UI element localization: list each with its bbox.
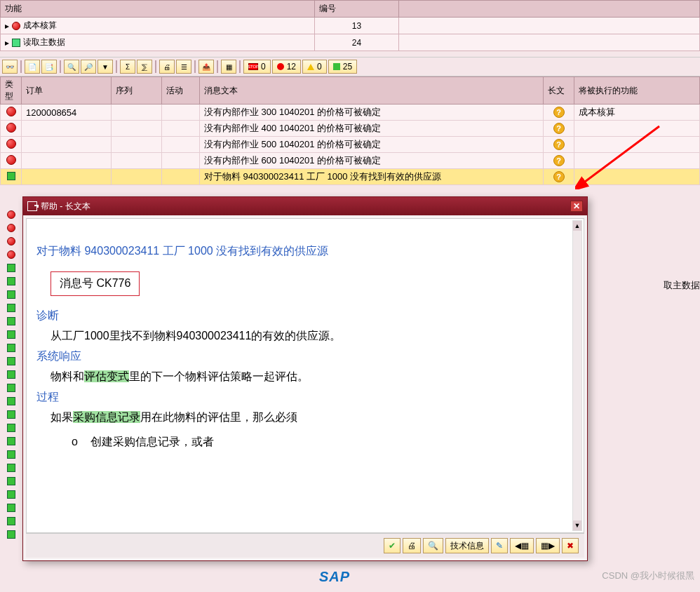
find-button[interactable]: 🔍: [423, 538, 443, 553]
error-icon: [7, 237, 15, 245]
error-icon: [6, 155, 16, 165]
col-function: 功能: [1, 1, 315, 18]
longtext-icon[interactable]: ?: [553, 107, 565, 118]
status-column: [7, 210, 15, 539]
sort-asc-button[interactable]: 📄: [25, 60, 40, 74]
table-row[interactable]: 没有内部作业 400 1040201 的价格可被确定 ?: [1, 121, 700, 137]
table-row[interactable]: 1200008654 没有内部作业 300 1040201 的价格可被确定 ? …: [1, 105, 700, 121]
success-icon: [7, 277, 15, 285]
success-icon: [7, 264, 15, 272]
watermark-text: CSDN @我小时候很黑: [602, 570, 694, 582]
dialog-title: 帮助 - 长文本: [41, 201, 90, 213]
response-text: 物料和评估变式里的下一个物料评估策略一起评估。: [51, 370, 560, 384]
summary-row[interactable]: ▸成本核算 13: [1, 18, 700, 34]
col-func[interactable]: 将被执行的功能: [574, 77, 700, 105]
error-icon: [6, 123, 16, 133]
table-row[interactable]: 没有内部作业 500 1040201 的价格可被确定 ?: [1, 137, 700, 153]
cancel-button[interactable]: ✖: [562, 538, 579, 553]
success-icon: [7, 517, 15, 525]
success-icon: [7, 397, 15, 405]
green-square-icon: [12, 39, 20, 47]
scrollbar[interactable]: ▲ ▼: [572, 220, 582, 531]
red-dot-icon: [12, 22, 20, 30]
subtotal-button[interactable]: ⅀: [137, 60, 152, 74]
diagnosis-text: 从工厂1000里找不到物料940300023411的有效的供应源。: [51, 329, 560, 344]
success-icon: [7, 384, 15, 392]
export-button[interactable]: 📤: [198, 60, 214, 74]
procedure-text: 如果采购信息记录用在此物料的评估里，那么必须: [51, 410, 560, 425]
success-icon: [7, 504, 15, 512]
status-stop[interactable]: STOP0: [243, 60, 271, 74]
table-row[interactable]: 没有内部作业 600 1040201 的价格可被确定 ?: [1, 153, 700, 169]
col-number: 编号: [315, 1, 399, 18]
layout-button[interactable]: ▦: [221, 60, 236, 74]
success-icon: [7, 464, 15, 472]
col-activity[interactable]: 活动: [162, 77, 200, 105]
find-button[interactable]: 🔍: [64, 60, 79, 74]
scroll-down-icon[interactable]: ▼: [573, 520, 581, 530]
success-icon: [7, 330, 15, 339]
status-errors[interactable]: 12: [272, 60, 301, 74]
scroll-up-icon[interactable]: ▲: [573, 221, 581, 231]
edit-button[interactable]: ✎: [491, 538, 508, 553]
help-longtext-dialog: 帮助 - 长文本 ✕ ▲ ▼ 对于物料 940300023411 工厂 1000…: [22, 196, 588, 561]
success-icon: [7, 477, 15, 485]
sort-desc-button[interactable]: 📑: [41, 60, 57, 74]
col-msg[interactable]: 消息文本: [200, 77, 544, 105]
sap-logo: SAP: [319, 569, 350, 585]
col-longtext[interactable]: 长文: [544, 77, 574, 105]
success-icon: [7, 290, 15, 299]
function-summary-table: 功能 编号 ▸成本核算 13 ▸读取主数据 24: [0, 0, 700, 51]
nav-fwd-button[interactable]: ▦▶: [536, 538, 560, 553]
table-row-selected[interactable]: 对于物料 940300023411 工厂 1000 没有找到有效的供应源 ?: [1, 169, 700, 185]
error-icon: [6, 107, 16, 116]
longtext-icon[interactable]: ?: [553, 139, 565, 150]
success-icon: [7, 450, 15, 459]
dialog-content: ▲ ▼ 对于物料 940300023411 工厂 1000 没有找到有效的供应源…: [26, 218, 584, 533]
success-icon: [7, 410, 15, 419]
success-icon: [7, 344, 15, 352]
summary-row[interactable]: ▸读取主数据 24: [1, 34, 700, 51]
success-icon: [7, 357, 15, 365]
section-response: 系统响应: [36, 349, 574, 364]
details-button[interactable]: 👓: [2, 60, 18, 74]
success-icon: [7, 530, 15, 539]
success-icon: [7, 490, 15, 499]
status-success[interactable]: 25: [328, 60, 357, 74]
col-order[interactable]: 订单: [22, 77, 112, 105]
dialog-titlebar[interactable]: 帮助 - 长文本 ✕: [23, 197, 587, 215]
success-icon: [7, 370, 15, 379]
dialog-toolbar: ✔ 🖨 🔍 技术信息 ✎ ◀▦ ▦▶ ✖: [26, 533, 584, 558]
message-number-box: 消息号 CK776: [51, 271, 140, 296]
longtext-icon[interactable]: ?: [553, 171, 565, 182]
print-button[interactable]: 🖨: [403, 538, 421, 553]
print-button[interactable]: 🖨: [159, 60, 175, 74]
longtext-icon[interactable]: ?: [553, 155, 565, 166]
ok-button[interactable]: ✔: [384, 538, 401, 553]
success-icon: [7, 304, 15, 312]
col-type[interactable]: 类型: [1, 77, 22, 105]
status-warnings[interactable]: 0: [302, 60, 327, 74]
highlight-term: 采购信息记录: [73, 411, 140, 423]
nav-back-button[interactable]: ◀▦: [510, 538, 534, 553]
stop-icon: STOP: [248, 63, 258, 70]
section-diagnosis: 诊断: [36, 309, 574, 323]
longtext-icon[interactable]: ?: [553, 123, 565, 134]
alv-toolbar: 👓 📄 📑 🔍 🔎 ▼ Σ ⅀ 🖨 ☰ 📤 ▦ STOP0 12 0 25: [0, 57, 700, 76]
warning-triangle-icon: [307, 64, 314, 70]
col-seq[interactable]: 序列: [112, 77, 162, 105]
red-dot-icon: [277, 63, 284, 70]
highlight-term: 评估变式: [84, 370, 129, 382]
success-icon: [7, 437, 15, 445]
sum-button[interactable]: Σ: [120, 60, 135, 74]
error-icon: [7, 224, 15, 232]
error-icon: [6, 139, 16, 149]
filter-button[interactable]: ▼: [97, 60, 113, 74]
close-button[interactable]: ✕: [570, 201, 583, 212]
success-icon: [7, 172, 15, 180]
tech-info-button[interactable]: 技术信息: [445, 538, 489, 553]
views-button[interactable]: ☰: [176, 60, 191, 74]
window-icon: [27, 201, 37, 211]
find-next-button[interactable]: 🔎: [81, 60, 96, 74]
hidden-text: 取主数据: [664, 279, 700, 292]
